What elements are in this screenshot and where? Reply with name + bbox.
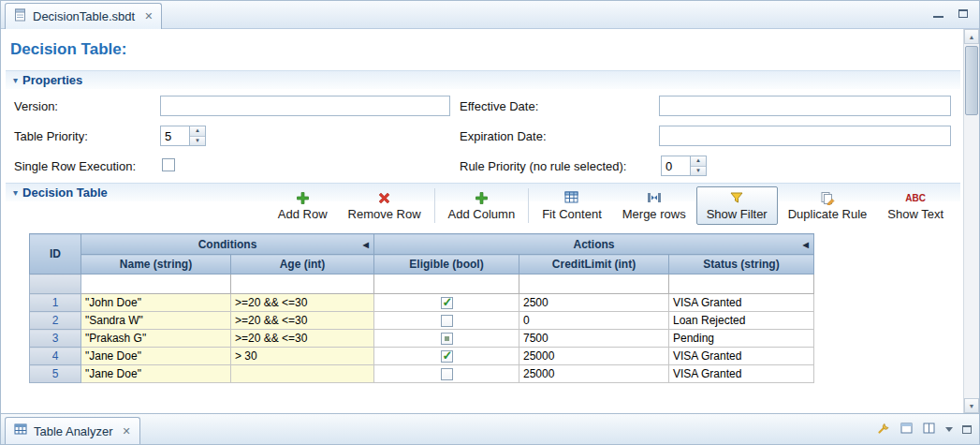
show-filter-button[interactable]: Show Filter: [696, 186, 778, 225]
status-cell[interactable]: VISA Granted: [669, 365, 814, 383]
add-row-button[interactable]: Add Row: [268, 186, 338, 225]
button-label: Show Text: [887, 207, 943, 221]
spinner-up-icon[interactable]: ▲: [190, 126, 205, 136]
add-column-button[interactable]: Add Column: [438, 186, 526, 225]
credit-limit-cell[interactable]: 25000: [519, 365, 669, 383]
wrench-icon[interactable]: [877, 421, 891, 438]
merge-rows-icon: [647, 190, 662, 205]
conditions-group-header[interactable]: Conditions ◀: [81, 234, 374, 255]
duplicate-rule-button[interactable]: Duplicate Rule: [778, 186, 878, 225]
age-cell[interactable]: >=20 && <=30: [231, 330, 374, 348]
credit-limit-cell[interactable]: 0: [519, 312, 669, 330]
status-cell[interactable]: Loan Rejected: [669, 312, 814, 330]
expiration-date-input[interactable]: [659, 126, 951, 146]
status-cell[interactable]: VISA Granted: [669, 294, 814, 312]
column-header-age[interactable]: Age (int): [231, 255, 374, 274]
close-icon[interactable]: ✕: [123, 425, 131, 438]
properties-section-header[interactable]: ▾ Properties: [6, 70, 960, 89]
split-view-icon[interactable]: [923, 422, 936, 438]
scroll-down-icon[interactable]: ▼: [964, 398, 979, 413]
collapse-actions-icon[interactable]: ◀: [803, 240, 809, 248]
merge-rows-button[interactable]: Merge rows: [612, 186, 696, 225]
column-header-name[interactable]: Name (string): [81, 255, 231, 274]
effective-date-input[interactable]: [659, 96, 951, 116]
status-cell[interactable]: VISA Granted: [669, 348, 814, 365]
row-id-cell[interactable]: 3: [30, 330, 81, 348]
name-cell[interactable]: "Jane Doe": [81, 348, 231, 365]
column-header-status[interactable]: Status (string): [669, 255, 814, 274]
show-text-button[interactable]: ABC Show Text: [877, 186, 954, 225]
single-row-execution-checkbox[interactable]: [162, 158, 175, 171]
eligible-cell[interactable]: [374, 294, 519, 312]
version-label: Version:: [14, 99, 58, 113]
age-cell[interactable]: [231, 365, 374, 383]
name-cell[interactable]: "Sandra W": [81, 312, 231, 330]
twistie-icon[interactable]: ▾: [13, 75, 18, 85]
age-cell[interactable]: >=20 && <=30: [231, 312, 374, 330]
close-icon[interactable]: ✕: [144, 10, 153, 22]
filter-cell-eligible[interactable]: [374, 274, 519, 294]
filter-cell-creditlimit[interactable]: [519, 274, 669, 294]
row-id-cell[interactable]: 4: [30, 348, 81, 365]
twistie-icon[interactable]: ▾: [13, 187, 18, 198]
table-priority-stepper: ▲ ▼: [160, 126, 206, 146]
table-analyzer-icon: [14, 423, 28, 438]
properties-section-label: Properties: [22, 73, 82, 87]
status-cell[interactable]: Pending: [669, 330, 814, 348]
filter-cell-status[interactable]: [669, 274, 814, 294]
eligible-cell[interactable]: [374, 348, 519, 365]
id-column-header[interactable]: ID: [30, 234, 81, 274]
maximize-icon[interactable]: [958, 9, 968, 18]
table-analyzer-tab[interactable]: Table Analyzer ✕: [5, 417, 140, 444]
eligible-checkbox[interactable]: [441, 297, 453, 309]
decision-table-toolbar: Add Row Remove Row Add Column Fit Conten…: [268, 186, 954, 225]
decision-table-section-label: Decision Table: [22, 185, 108, 200]
version-input[interactable]: [160, 96, 450, 116]
table-analyzer-tab-label: Table Analyzer: [34, 424, 113, 438]
eligible-checkbox[interactable]: [441, 368, 453, 380]
column-header-eligible[interactable]: Eligible (bool): [374, 255, 519, 274]
credit-limit-cell[interactable]: 7500: [519, 330, 669, 348]
age-cell[interactable]: > 30: [231, 348, 374, 365]
eligible-cell[interactable]: [374, 330, 519, 348]
filter-cell-name[interactable]: [81, 274, 231, 294]
row-id-cell[interactable]: 2: [30, 312, 81, 330]
maximize-view-icon[interactable]: [962, 425, 972, 434]
view-menu-chevron-icon[interactable]: [945, 427, 953, 436]
eligible-cell[interactable]: [374, 312, 519, 330]
effective-date-label: Effective Date:: [460, 99, 538, 113]
credit-limit-cell[interactable]: 25000: [519, 348, 669, 365]
row-id-cell[interactable]: 5: [30, 365, 81, 383]
filter-cell-age[interactable]: [231, 274, 374, 294]
eligible-checkbox[interactable]: [441, 333, 453, 345]
vertical-scrollbar[interactable]: ▲ ▼: [963, 29, 979, 413]
fit-content-button[interactable]: Fit Content: [532, 186, 612, 225]
name-cell[interactable]: "Prakash G": [81, 330, 231, 348]
filter-id-cell: [30, 274, 81, 294]
editor-tab-decisiontable[interactable]: DecisionTable.sbdt ✕: [5, 3, 162, 29]
table-row: 5 "Jane Doe" 25000 VISA Granted: [30, 365, 814, 383]
rule-priority-input[interactable]: [661, 156, 691, 176]
name-cell[interactable]: "John Doe": [81, 294, 231, 312]
bottom-toolbar-icons: [877, 421, 972, 438]
actions-group-header[interactable]: Actions ◀: [374, 234, 814, 255]
minimize-icon[interactable]: [933, 9, 943, 18]
new-view-icon[interactable]: [900, 422, 914, 438]
rule-priority-stepper: ▲ ▼: [661, 156, 707, 176]
credit-limit-cell[interactable]: 2500: [519, 294, 669, 312]
remove-row-button[interactable]: Remove Row: [338, 186, 431, 225]
scroll-up-icon[interactable]: ▲: [964, 29, 979, 44]
spinner-up-icon[interactable]: ▲: [691, 156, 706, 166]
name-cell[interactable]: "Jane Doe": [81, 365, 231, 383]
age-cell[interactable]: >=20 && <=30: [231, 294, 374, 312]
spinner-down-icon[interactable]: ▼: [190, 136, 205, 146]
row-id-cell[interactable]: 1: [30, 294, 81, 312]
eligible-cell[interactable]: [374, 365, 519, 383]
table-priority-input[interactable]: [160, 126, 190, 146]
eligible-checkbox[interactable]: [441, 350, 453, 363]
scrollbar-thumb[interactable]: [965, 46, 978, 115]
spinner-down-icon[interactable]: ▼: [691, 166, 706, 176]
column-header-creditlimit[interactable]: CreditLimit (int): [519, 255, 669, 274]
eligible-checkbox[interactable]: [441, 315, 453, 327]
collapse-conditions-icon[interactable]: ◀: [363, 240, 369, 248]
